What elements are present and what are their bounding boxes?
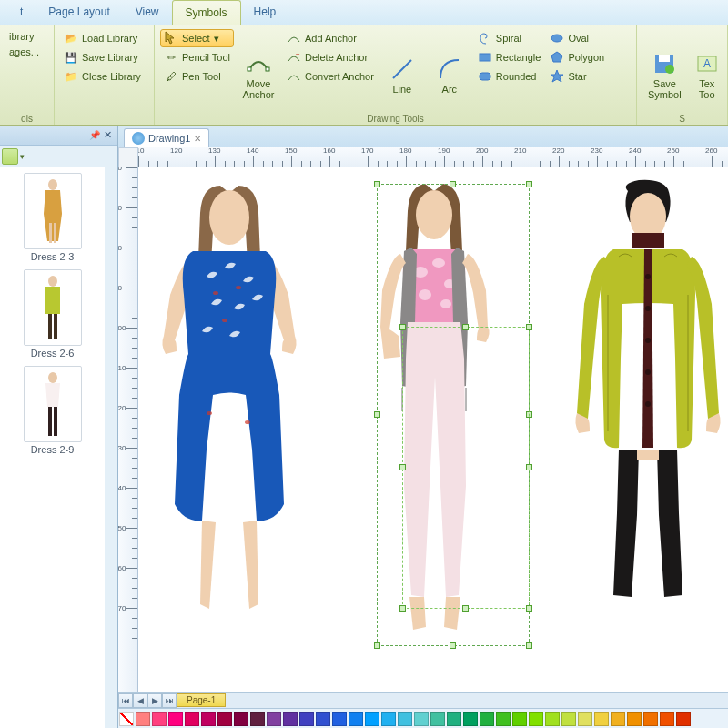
svg-rect-48 xyxy=(637,450,659,460)
swatch[interactable] xyxy=(398,712,412,726)
swatch[interactable] xyxy=(430,712,445,726)
library-item-dress-2-6[interactable]: Dress 2-6 xyxy=(5,269,99,359)
tab-symbols[interactable]: Symbols xyxy=(172,0,241,25)
swatch[interactable] xyxy=(496,712,511,726)
scroll-prev-button[interactable]: ◀ xyxy=(133,693,147,708)
library-button-2[interactable]: ages... xyxy=(5,45,43,59)
convert-anchor-button[interactable]: Convert Anchor xyxy=(283,67,378,86)
svg-rect-19 xyxy=(48,314,52,339)
canvas-viewport: 1101201301401501601701801902002102202302… xyxy=(118,147,728,692)
pen-tool-button[interactable]: 🖊Pen Tool xyxy=(160,67,234,86)
document-close-button[interactable]: ✕ xyxy=(194,134,201,144)
swatch[interactable] xyxy=(463,712,478,726)
swatch[interactable] xyxy=(267,712,281,726)
swatch[interactable] xyxy=(332,712,347,726)
swatch[interactable] xyxy=(234,712,248,726)
swatch[interactable] xyxy=(217,712,232,726)
ribbon-tabs: t Page Layout View Symbols Help xyxy=(0,0,728,25)
delete-anchor-button[interactable]: −Delete Anchor xyxy=(283,48,378,66)
swatch[interactable] xyxy=(627,712,642,726)
swatch[interactable] xyxy=(185,712,199,726)
add-anchor-button[interactable]: +Add Anchor xyxy=(283,29,378,47)
svg-point-47 xyxy=(645,401,651,407)
swatch[interactable] xyxy=(545,712,560,726)
swatch[interactable] xyxy=(250,712,265,726)
tab-cut[interactable]: t xyxy=(7,0,35,25)
ruler-horizontal[interactable]: 1101201301401501601701801902002102202302… xyxy=(138,147,728,167)
svg-point-15 xyxy=(48,179,57,190)
panel-add-button[interactable] xyxy=(2,148,18,165)
swatch[interactable] xyxy=(529,712,543,726)
library-item-dress-2-3[interactable]: Dress 2-3 xyxy=(5,173,99,262)
panel-header: 📌 ✕ xyxy=(0,126,117,146)
swatch[interactable] xyxy=(365,712,379,726)
svg-point-24 xyxy=(209,190,249,245)
panel-pin-button[interactable]: 📌 xyxy=(89,130,100,140)
figure-blue-dress[interactable] xyxy=(138,177,339,650)
tab-page-layout[interactable]: Page Layout xyxy=(35,0,122,25)
document-tabs: Drawing1 ✕ xyxy=(118,126,728,147)
scroll-last-button[interactable]: ⏭ xyxy=(162,693,177,708)
svg-rect-23 xyxy=(54,407,57,436)
swatch[interactable] xyxy=(349,712,363,726)
swatch[interactable] xyxy=(660,712,674,726)
swatch[interactable] xyxy=(594,712,609,726)
move-anchor-button[interactable]: Move Anchor xyxy=(236,29,281,121)
save-symbol-button[interactable]: Save Symbol xyxy=(642,29,687,121)
svg-rect-5 xyxy=(480,54,490,61)
save-library-button[interactable]: 💾Save Library xyxy=(60,48,145,66)
swatch[interactable] xyxy=(414,712,429,726)
oval-button[interactable]: Oval xyxy=(546,29,608,47)
swatch[interactable] xyxy=(299,712,314,726)
swatch[interactable] xyxy=(480,712,494,726)
star-button[interactable]: Star xyxy=(546,67,608,86)
swatch[interactable] xyxy=(611,712,625,726)
swatch[interactable] xyxy=(578,712,592,726)
swatch[interactable] xyxy=(561,712,576,726)
scroll-first-button[interactable]: ⏮ xyxy=(118,693,133,708)
line-tool-button[interactable]: Line xyxy=(379,29,425,121)
swatch[interactable] xyxy=(512,712,527,726)
arc-tool-button[interactable]: Arc xyxy=(427,29,472,121)
panel-scrollbar[interactable] xyxy=(105,167,117,728)
text-tool-button[interactable]: ATex Too xyxy=(689,29,725,121)
polygon-button[interactable]: Polygon xyxy=(546,48,608,66)
swatch[interactable] xyxy=(676,712,691,726)
swatch[interactable] xyxy=(316,712,330,726)
swatch[interactable] xyxy=(643,712,658,726)
swatch[interactable] xyxy=(168,712,183,726)
swatch[interactable] xyxy=(447,712,461,726)
svg-point-18 xyxy=(48,276,57,287)
line-icon xyxy=(389,56,415,82)
panel-toolbar: ▾ xyxy=(0,146,117,167)
close-library-button[interactable]: 📁Close Library xyxy=(60,67,145,86)
scroll-next-button[interactable]: ▶ xyxy=(147,693,162,708)
document-tab-drawing1[interactable]: Drawing1 ✕ xyxy=(124,128,209,147)
pencil-tool-button[interactable]: ✏Pencil Tool xyxy=(160,48,234,66)
canvas[interactable] xyxy=(138,167,728,692)
swatch-none[interactable] xyxy=(119,712,134,726)
rounded-button[interactable]: Rounded xyxy=(474,67,545,86)
tab-help[interactable]: Help xyxy=(241,0,289,25)
ribbon: ibrary ages... ols 📂Load Library 💾Save L… xyxy=(0,25,728,126)
sub-selection-box[interactable] xyxy=(402,327,530,609)
figure-green-coat[interactable] xyxy=(557,177,728,650)
panel-close-button[interactable]: ✕ xyxy=(104,129,112,141)
load-library-button[interactable]: 📂Load Library xyxy=(60,29,145,47)
text-tool-icon: A xyxy=(694,51,720,76)
rectangle-button[interactable]: Rectangle xyxy=(474,48,545,66)
library-item-dress-2-9[interactable]: Dress 2-9 xyxy=(5,366,99,455)
pencil-icon: ✏ xyxy=(164,50,178,65)
swatch[interactable] xyxy=(152,712,167,726)
spiral-button[interactable]: Spiral xyxy=(474,29,545,47)
swatch[interactable] xyxy=(136,712,150,726)
select-tool-button[interactable]: Select ▾ xyxy=(160,29,234,47)
page-tab[interactable]: Page-1 xyxy=(177,693,226,707)
ruler-vertical[interactable]: 60708090100110120130140150160170 xyxy=(118,167,138,692)
swatch[interactable] xyxy=(283,712,298,726)
swatch[interactable] xyxy=(381,712,396,726)
library-button-1[interactable]: ibrary xyxy=(5,29,43,44)
tab-view[interactable]: View xyxy=(123,0,172,25)
swatch[interactable] xyxy=(201,712,216,726)
panel-dropdown-icon[interactable]: ▾ xyxy=(20,152,25,161)
